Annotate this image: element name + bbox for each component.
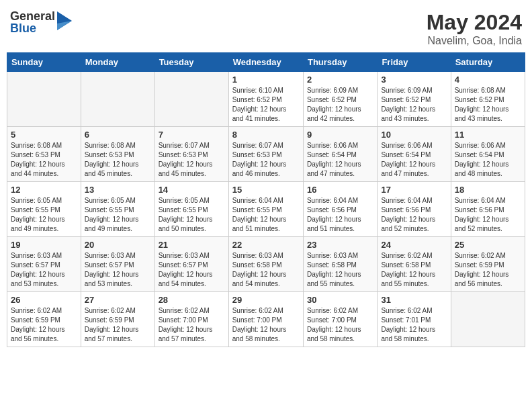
day-info: Sunrise: 6:05 AM Sunset: 6:55 PM Dayligh… <box>85 196 151 234</box>
column-header-saturday: Saturday <box>451 53 525 72</box>
day-number: 3 <box>381 75 447 85</box>
day-number: 8 <box>232 130 300 140</box>
day-number: 6 <box>85 130 151 140</box>
day-info: Sunrise: 6:08 AM Sunset: 6:53 PM Dayligh… <box>85 141 151 179</box>
day-info: Sunrise: 6:04 AM Sunset: 6:56 PM Dayligh… <box>455 196 521 234</box>
day-info: Sunrise: 6:09 AM Sunset: 6:52 PM Dayligh… <box>381 86 447 124</box>
column-header-wednesday: Wednesday <box>228 53 303 72</box>
title-block: May 2024 Navelim, Goa, India <box>427 10 522 47</box>
calendar-cell: 1Sunrise: 6:10 AM Sunset: 6:52 PM Daylig… <box>228 72 303 127</box>
calendar-cell: 2Sunrise: 6:09 AM Sunset: 6:52 PM Daylig… <box>303 72 377 127</box>
day-number: 21 <box>159 240 225 250</box>
calendar-cell: 23Sunrise: 6:03 AM Sunset: 6:58 PM Dayli… <box>303 237 377 292</box>
calendar-cell <box>81 72 154 127</box>
calendar-cell: 3Sunrise: 6:09 AM Sunset: 6:52 PM Daylig… <box>378 72 451 127</box>
day-info: Sunrise: 6:08 AM Sunset: 6:53 PM Dayligh… <box>11 141 77 179</box>
week-row-4: 19Sunrise: 6:03 AM Sunset: 6:57 PM Dayli… <box>7 237 525 292</box>
day-info: Sunrise: 6:03 AM Sunset: 6:57 PM Dayligh… <box>85 251 151 289</box>
day-number: 7 <box>159 130 225 140</box>
calendar-cell: 30Sunrise: 6:02 AM Sunset: 7:00 PM Dayli… <box>303 292 377 347</box>
week-row-2: 5Sunrise: 6:08 AM Sunset: 6:53 PM Daylig… <box>7 127 525 182</box>
day-info: Sunrise: 6:04 AM Sunset: 6:55 PM Dayligh… <box>232 196 300 234</box>
day-number: 26 <box>11 295 77 305</box>
day-info: Sunrise: 6:08 AM Sunset: 6:52 PM Dayligh… <box>455 86 521 124</box>
day-number: 29 <box>232 295 300 305</box>
day-number: 27 <box>85 295 151 305</box>
day-number: 19 <box>11 240 77 250</box>
calendar-cell: 18Sunrise: 6:04 AM Sunset: 6:56 PM Dayli… <box>451 182 525 237</box>
day-number: 16 <box>307 185 373 195</box>
day-number: 17 <box>381 185 447 195</box>
column-header-sunday: Sunday <box>7 53 81 72</box>
column-header-friday: Friday <box>378 53 451 72</box>
day-number: 30 <box>307 295 373 305</box>
day-number: 10 <box>381 130 447 140</box>
column-header-thursday: Thursday <box>303 53 377 72</box>
month-title: May 2024 <box>427 10 522 35</box>
day-info: Sunrise: 6:02 AM Sunset: 7:00 PM Dayligh… <box>307 306 373 344</box>
calendar-cell <box>451 292 525 347</box>
day-info: Sunrise: 6:03 AM Sunset: 6:57 PM Dayligh… <box>11 251 77 289</box>
calendar-cell: 12Sunrise: 6:05 AM Sunset: 6:55 PM Dayli… <box>7 182 81 237</box>
calendar-table: SundayMondayTuesdayWednesdayThursdayFrid… <box>7 52 525 347</box>
day-info: Sunrise: 6:02 AM Sunset: 6:59 PM Dayligh… <box>11 306 77 344</box>
calendar-cell: 29Sunrise: 6:02 AM Sunset: 7:00 PM Dayli… <box>228 292 303 347</box>
calendar-cell: 21Sunrise: 6:03 AM Sunset: 6:57 PM Dayli… <box>154 237 228 292</box>
calendar-cell: 26Sunrise: 6:02 AM Sunset: 6:59 PM Dayli… <box>7 292 81 347</box>
day-info: Sunrise: 6:07 AM Sunset: 6:53 PM Dayligh… <box>232 141 300 179</box>
day-number: 14 <box>159 185 225 195</box>
day-info: Sunrise: 6:02 AM Sunset: 7:00 PM Dayligh… <box>232 306 300 344</box>
day-number: 2 <box>307 75 373 85</box>
location: Navelim, Goa, India <box>427 35 522 47</box>
day-info: Sunrise: 6:02 AM Sunset: 7:00 PM Dayligh… <box>159 306 225 344</box>
column-header-monday: Monday <box>81 53 154 72</box>
logo-general: General <box>10 10 55 22</box>
day-info: Sunrise: 6:02 AM Sunset: 6:58 PM Dayligh… <box>381 251 447 289</box>
day-number: 11 <box>455 130 521 140</box>
calendar-cell: 31Sunrise: 6:02 AM Sunset: 7:01 PM Dayli… <box>378 292 451 347</box>
calendar-cell: 14Sunrise: 6:05 AM Sunset: 6:55 PM Dayli… <box>154 182 228 237</box>
day-number: 22 <box>232 240 300 250</box>
day-number: 20 <box>85 240 151 250</box>
calendar-cell: 9Sunrise: 6:06 AM Sunset: 6:54 PM Daylig… <box>303 127 377 182</box>
week-row-5: 26Sunrise: 6:02 AM Sunset: 6:59 PM Dayli… <box>7 292 525 347</box>
calendar-cell <box>154 72 228 127</box>
calendar-cell: 27Sunrise: 6:02 AM Sunset: 6:59 PM Dayli… <box>81 292 154 347</box>
calendar-cell: 17Sunrise: 6:04 AM Sunset: 6:56 PM Dayli… <box>378 182 451 237</box>
calendar-cell <box>7 72 81 127</box>
page-header: General Blue May 2024 Navelim, Goa, Indi… <box>7 7 525 47</box>
day-number: 9 <box>307 130 373 140</box>
column-header-tuesday: Tuesday <box>154 53 228 72</box>
calendar-cell: 22Sunrise: 6:03 AM Sunset: 6:58 PM Dayli… <box>228 237 303 292</box>
day-info: Sunrise: 6:09 AM Sunset: 6:52 PM Dayligh… <box>307 86 373 124</box>
day-info: Sunrise: 6:02 AM Sunset: 6:59 PM Dayligh… <box>455 251 521 289</box>
day-info: Sunrise: 6:03 AM Sunset: 6:58 PM Dayligh… <box>232 251 300 289</box>
day-info: Sunrise: 6:04 AM Sunset: 6:56 PM Dayligh… <box>381 196 447 234</box>
day-number: 12 <box>11 185 77 195</box>
calendar-cell: 25Sunrise: 6:02 AM Sunset: 6:59 PM Dayli… <box>451 237 525 292</box>
day-info: Sunrise: 6:02 AM Sunset: 6:59 PM Dayligh… <box>85 306 151 344</box>
day-number: 1 <box>232 75 300 85</box>
day-info: Sunrise: 6:02 AM Sunset: 7:01 PM Dayligh… <box>381 306 447 344</box>
day-info: Sunrise: 6:06 AM Sunset: 6:54 PM Dayligh… <box>381 141 447 179</box>
day-number: 28 <box>159 295 225 305</box>
calendar-cell: 16Sunrise: 6:04 AM Sunset: 6:56 PM Dayli… <box>303 182 377 237</box>
day-number: 4 <box>455 75 521 85</box>
week-row-1: 1Sunrise: 6:10 AM Sunset: 6:52 PM Daylig… <box>7 72 525 127</box>
calendar-cell: 19Sunrise: 6:03 AM Sunset: 6:57 PM Dayli… <box>7 237 81 292</box>
day-info: Sunrise: 6:05 AM Sunset: 6:55 PM Dayligh… <box>11 196 77 234</box>
day-number: 15 <box>232 185 300 195</box>
calendar-cell: 11Sunrise: 6:06 AM Sunset: 6:54 PM Dayli… <box>451 127 525 182</box>
calendar-cell: 10Sunrise: 6:06 AM Sunset: 6:54 PM Dayli… <box>378 127 451 182</box>
calendar-cell: 13Sunrise: 6:05 AM Sunset: 6:55 PM Dayli… <box>81 182 154 237</box>
logo-blue: Blue <box>10 22 55 34</box>
day-info: Sunrise: 6:03 AM Sunset: 6:57 PM Dayligh… <box>159 251 225 289</box>
calendar-cell: 24Sunrise: 6:02 AM Sunset: 6:58 PM Dayli… <box>378 237 451 292</box>
calendar-cell: 8Sunrise: 6:07 AM Sunset: 6:53 PM Daylig… <box>228 127 303 182</box>
day-info: Sunrise: 6:03 AM Sunset: 6:58 PM Dayligh… <box>307 251 373 289</box>
day-info: Sunrise: 6:07 AM Sunset: 6:53 PM Dayligh… <box>159 141 225 179</box>
calendar-cell: 7Sunrise: 6:07 AM Sunset: 6:53 PM Daylig… <box>154 127 228 182</box>
calendar-cell: 5Sunrise: 6:08 AM Sunset: 6:53 PM Daylig… <box>7 127 81 182</box>
day-info: Sunrise: 6:05 AM Sunset: 6:55 PM Dayligh… <box>159 196 225 234</box>
logo-icon <box>57 11 72 30</box>
